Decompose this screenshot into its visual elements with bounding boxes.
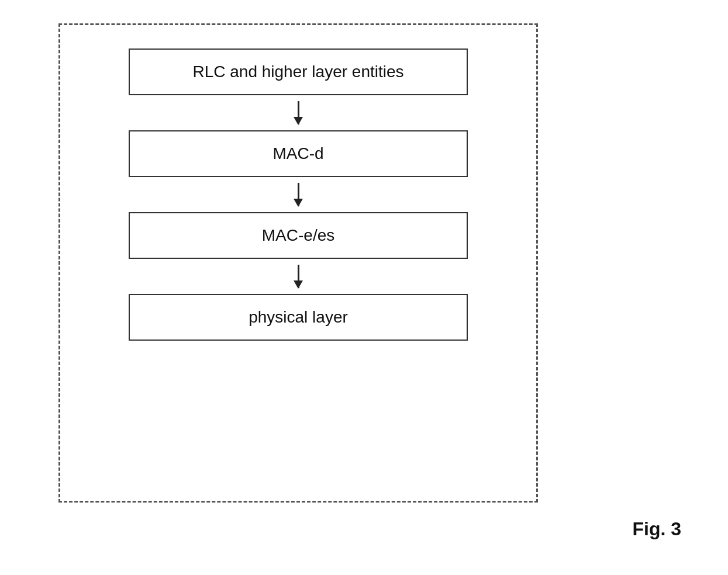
arrow-1 [298,101,299,124]
mac-e-box: MAC-e/es [129,212,468,259]
mac-d-box: MAC-d [129,130,468,177]
rlc-box-label: RLC and higher layer entities [192,63,403,81]
arrow-2 [298,183,299,206]
arrow-2-container [129,177,468,212]
diagram-outer-border: RLC and higher layer entities MAC-d MAC-… [58,23,538,503]
arrow-3-container [129,259,468,294]
mac-e-box-label: MAC-e/es [262,226,334,245]
figure-label: Fig. 3 [632,518,681,540]
physical-box: physical layer [129,294,468,341]
arrow-1-container [129,95,468,130]
mac-d-box-label: MAC-d [272,144,323,163]
arrow-3 [298,265,299,288]
physical-box-label: physical layer [249,308,348,327]
rlc-box: RLC and higher layer entities [129,49,468,95]
